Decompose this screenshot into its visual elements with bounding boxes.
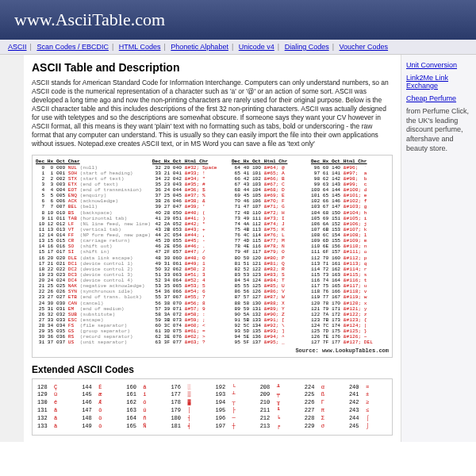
nav-scancodes[interactable]: Scan Codes / EBCDIC bbox=[36, 43, 109, 51]
ext-col-3: 160 á 161 í 162 ó 163 ú 164 ñ 165 Ñ bbox=[126, 384, 164, 431]
nav-unicode[interactable]: Unicode v4 bbox=[239, 43, 274, 51]
ext-col-2: 144 É 145 æ 146 Æ 147 ô 148 ö 149 ò bbox=[82, 384, 120, 431]
nav-voucher[interactable]: Voucher Codes bbox=[340, 43, 389, 51]
sidebar: Unit Conversion Link2Me Link Exchange Ch… bbox=[401, 55, 476, 442]
ext-col-8: 240 ≡ 241 ± 242 ≥ 243 ≤ 244 ⌠ 245 ⌡ bbox=[349, 384, 387, 431]
ascii-table-image: Dec Hx Oct Char 0 0 000 NUL (null) 1 1 0… bbox=[32, 155, 393, 357]
site-header: www.AsciiTable.com bbox=[0, 0, 476, 40]
extended-title: Extended ASCII Codes bbox=[32, 364, 393, 375]
ext-col-1: 128 Ç 129 ü 130 é 131 â 132 ä 133 à bbox=[37, 384, 75, 431]
sidebar-unit-conversion[interactable]: Unit Conversion bbox=[406, 61, 471, 69]
nav-sep: | bbox=[109, 43, 117, 51]
site-title: www.AsciiTable.com bbox=[14, 10, 165, 29]
ascii-col-4: Dec Hx Oct Html Chr 96 60 140 &#96; ` 97… bbox=[311, 159, 389, 345]
sidebar-perfume[interactable]: Cheap Perfume bbox=[406, 94, 471, 102]
sidebar-promo: from Perfume Click, the UK's leading dis… bbox=[406, 107, 471, 153]
sidebar-link2me[interactable]: Link2Me Link Exchange bbox=[406, 74, 471, 90]
main-content: ASCII Table and Description ASCII stands… bbox=[24, 55, 401, 442]
nav-sep: | bbox=[274, 43, 282, 51]
nav-sep: | bbox=[228, 43, 236, 51]
extended-ascii-image: 128 Ç 129 ü 130 é 131 â 132 ä 133 à 144 … bbox=[32, 378, 393, 436]
ext-col-4: 176 ░ 177 ▒ 178 ▓ 179 │ 180 ┤ 181 ╡ bbox=[171, 384, 209, 431]
layout: ASCII Table and Description ASCII stands… bbox=[0, 55, 476, 442]
left-gutter bbox=[0, 55, 24, 442]
ascii-col-1: Dec Hx Oct Char 0 0 000 NUL (null) 1 1 0… bbox=[36, 159, 151, 345]
nav-sep: | bbox=[160, 43, 168, 51]
nav-ascii[interactable]: ASCII bbox=[8, 43, 27, 51]
nav-dialing[interactable]: Dialing Codes bbox=[285, 43, 329, 51]
ext-col-7: 224 α 225 ß 226 Γ 227 π 228 Σ 229 σ bbox=[305, 384, 343, 431]
nav-sep: | bbox=[329, 43, 337, 51]
nav-htmlcodes[interactable]: HTML Codes bbox=[119, 43, 161, 51]
intro-text: ASCII stands for American Standard Code … bbox=[32, 79, 393, 148]
ascii-col-2: Dec Hx Oct Html Chr 32 20 040 &#32; Spac… bbox=[152, 159, 230, 345]
top-nav: ASCII| Scan Codes / EBCDIC| HTML Codes| … bbox=[0, 40, 476, 55]
ext-col-5: 192 └ 193 ┴ 194 ┬ 195 ├ 196 ─ 197 ┼ bbox=[216, 384, 254, 431]
ext-col-6: 208 ╨ 209 ╤ 210 ╥ 211 ╙ 212 ╘ 213 ╒ bbox=[260, 384, 298, 431]
source-label: Source: www.LookupTables.com bbox=[36, 347, 389, 354]
ascii-col-3: Dec Hx Oct Html Chr 64 40 100 &#64; @ 65… bbox=[232, 159, 309, 345]
nav-phonetic[interactable]: Phonetic Alphabet bbox=[171, 43, 228, 51]
nav-sep: | bbox=[27, 43, 35, 51]
page-title: ASCII Table and Description bbox=[32, 61, 393, 74]
